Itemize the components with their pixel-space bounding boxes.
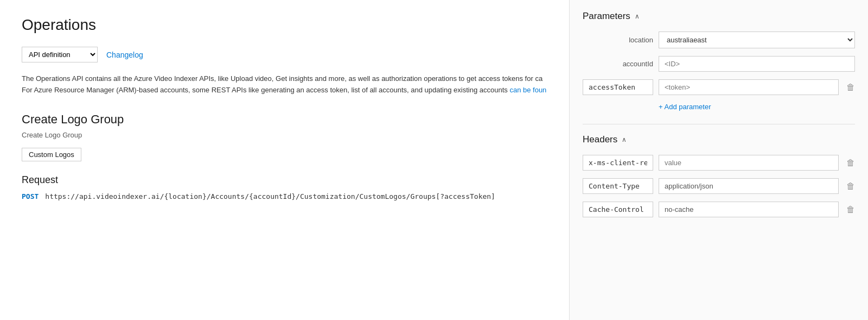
description-text: The Operations API contains all the Azur… (22, 73, 547, 96)
create-logo-group-title: Create Logo Group (22, 112, 547, 127)
header-row-cache-control: 🗑 (583, 202, 855, 217)
request-section-title: Request (22, 174, 547, 186)
headers-title: Headers (583, 134, 617, 145)
api-definition-select[interactable]: API definition (22, 47, 98, 62)
accesstoken-key-input[interactable] (583, 79, 653, 95)
param-row-accountid: accountId (583, 56, 855, 72)
accesstoken-value-input[interactable] (659, 79, 839, 95)
divider (583, 124, 855, 124)
param-label-accountid: accountId (583, 60, 653, 68)
param-row-accesstoken: 🗑 (583, 79, 855, 95)
parameters-section-header: Parameters ∧ (583, 11, 855, 22)
location-select[interactable]: australiaeast eastus westus westeurope (659, 32, 855, 48)
xms-value-input[interactable] (659, 155, 839, 171)
header-row-content-type: 🗑 (583, 178, 855, 194)
header-row-xms: 🗑 (583, 155, 855, 171)
content-type-key-input[interactable] (583, 178, 653, 194)
parameters-chevron-icon: ∧ (635, 12, 640, 20)
right-panel: Parameters ∧ location australiaeast east… (570, 0, 868, 320)
changelog-link[interactable]: Changelog (106, 51, 143, 59)
param-row-location: location australiaeast eastus westus wes… (583, 32, 855, 48)
add-parameter-button[interactable]: + Add parameter (659, 103, 711, 111)
headers-chevron-icon: ∧ (622, 136, 627, 143)
parameters-title: Parameters (583, 11, 630, 22)
create-logo-group-subtitle: Create Logo Group (22, 131, 547, 139)
cache-control-key-input[interactable] (583, 202, 653, 217)
content-type-value-input[interactable] (659, 178, 839, 194)
custom-logos-tag[interactable]: Custom Logos (22, 148, 81, 161)
cache-control-delete-icon[interactable]: 🗑 (846, 205, 855, 215)
headers-section-header: Headers ∧ (583, 134, 855, 145)
content-type-delete-icon[interactable]: 🗑 (846, 181, 855, 191)
cache-control-value-input[interactable] (659, 202, 839, 217)
param-label-location: location (583, 36, 653, 44)
accesstoken-delete-icon[interactable]: 🗑 (846, 83, 855, 92)
toolbar: API definition Changelog (22, 47, 547, 62)
description-link[interactable]: can be foun (509, 86, 546, 94)
xms-delete-icon[interactable]: 🗑 (846, 158, 855, 168)
page-title: Operations (22, 16, 547, 34)
left-panel: Operations API definition Changelog The … (0, 0, 570, 320)
accountid-input[interactable] (659, 56, 855, 72)
request-row: POST https://api.videoindexer.ai/{locati… (22, 192, 547, 200)
http-method-badge: POST (22, 192, 39, 200)
xms-key-input[interactable] (583, 155, 653, 171)
request-url: https://api.videoindexer.ai/{location}/A… (45, 192, 495, 200)
